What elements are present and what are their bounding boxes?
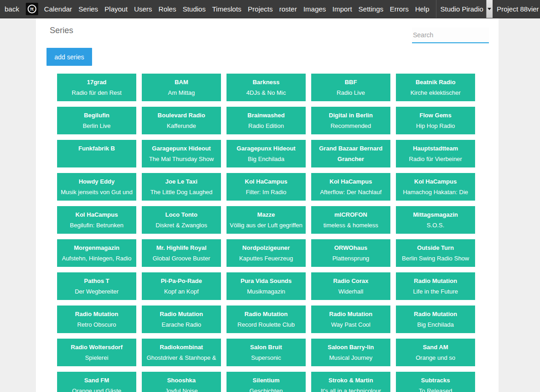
nav-item-users[interactable]: Users — [134, 5, 152, 13]
series-card[interactable]: Sand FM Orange und Gäste — [57, 372, 136, 392]
series-card-subtitle: Kafferunde — [144, 121, 219, 132]
series-card-title: Mazze — [228, 209, 304, 220]
series-card-subtitle: Berlin Swing Radio Show — [398, 253, 473, 264]
top-nav: back π CalendarSeriesPlayoutUsersRolesSt… — [0, 0, 540, 18]
series-card-subtitle: Kopf an Kopf — [144, 286, 219, 297]
series-card[interactable]: Kol HaCampus Afterflow: Der Nachlauf — [311, 173, 390, 201]
series-card[interactable]: Boulevard Radio Kafferunde — [142, 107, 221, 134]
series-card[interactable]: Barkness 4DJs & No Mic — [226, 74, 306, 101]
series-card[interactable]: Radio Corax Widerhall — [311, 272, 390, 300]
series-card[interactable]: BAM Am Mittag — [142, 74, 221, 101]
series-card[interactable]: Grand Bazaar Bernard Grancher — [311, 140, 390, 167]
series-card[interactable]: Garagepunx Hideout The Mal Thursday Show — [142, 140, 221, 167]
studio-select[interactable]: Studio Piradio — [436, 0, 493, 18]
series-card-title: Mittagsmagazin — [398, 209, 473, 220]
series-card[interactable]: Brainwashed Radio Edition — [226, 107, 306, 134]
series-card[interactable]: Outside Turn Berlin Swing Radio Show — [396, 239, 475, 267]
series-card[interactable]: Salon Bruit Supersonic — [226, 339, 306, 366]
nav-item-projects[interactable]: Projects — [248, 5, 273, 13]
piradio-logo-icon[interactable]: π — [26, 3, 38, 15]
series-card[interactable]: Radio Mutation Earache Radio — [142, 306, 221, 333]
series-card[interactable]: Garagepunx Hideout Big Enchilada — [226, 140, 306, 167]
series-card[interactable]: Mittagsmagazin S.O.S. — [396, 206, 475, 234]
series-card[interactable]: Radiokombinat Ghostdriver & Stanhope & — [142, 339, 221, 366]
series-card-subtitle: Hamachog Hakatan: Die — [398, 187, 473, 198]
series-card-title: Radio Mutation — [144, 309, 219, 319]
series-card[interactable]: Flow Gems Hip Hop Radio — [396, 107, 475, 134]
nav-item-calendar[interactable]: Calendar — [44, 5, 72, 13]
series-card[interactable]: ORWOhaus Plattensprung — [311, 239, 390, 267]
series-card-subtitle: Musik jenseits von Gut und — [59, 187, 134, 198]
series-card[interactable]: Radio Woltersdorf Spielerei — [57, 339, 136, 366]
series-card[interactable]: Funkfabrik B — [57, 140, 136, 167]
series-card-title: Hauptstadtteam — [398, 143, 473, 154]
nav-item-settings[interactable]: Settings — [359, 5, 383, 13]
series-card-title: Nordpolzigeuner — [228, 242, 304, 253]
series-card[interactable]: mICROFON timeless & homeless — [311, 206, 390, 234]
search-input[interactable] — [412, 28, 489, 43]
series-card[interactable]: Radio Mutation Big Enchilada — [396, 306, 475, 333]
nav-item-errors[interactable]: Errors — [390, 5, 409, 13]
series-card-subtitle: Orange und so — [398, 352, 473, 363]
nav-item-import[interactable]: Import — [332, 5, 352, 13]
series-card[interactable]: BBF Radio Live — [311, 74, 390, 101]
nav-back-link[interactable]: back — [5, 5, 19, 13]
series-card[interactable]: Radio Mutation Way Past Cool — [311, 306, 390, 333]
nav-item-roles[interactable]: Roles — [158, 5, 176, 13]
series-card[interactable]: Beatnik Radio Kirche eklektischer — [396, 74, 475, 101]
series-card[interactable]: Mr. Highlife Royal Global Groove Buster — [142, 239, 221, 267]
series-card-title: Funkfabrik B — [59, 143, 134, 154]
nav-item-roster[interactable]: roster — [279, 5, 297, 13]
series-card[interactable]: Joe Le Taxi The Little Dog Laughed — [142, 173, 221, 201]
series-card-title: Joe Le Taxi — [144, 176, 219, 187]
studio-select-value: Studio Piradio — [436, 5, 486, 13]
nav-item-playout[interactable]: Playout — [105, 5, 128, 13]
series-card[interactable]: Pura Vida Sounds Musikmagazin — [226, 272, 306, 300]
series-card-subtitle: 4DJs & No Mic — [228, 87, 304, 98]
series-card[interactable]: Nordpolzigeuner Kaputtes Feuerzeug — [226, 239, 306, 267]
page-title: Series — [50, 26, 73, 35]
series-card[interactable]: Hauptstadtteam Radio für Vierbeiner — [396, 140, 475, 167]
series-card-title: Grand Bazaar Bernard Grancher — [313, 143, 389, 164]
series-card-subtitle: Record Roulette Club — [228, 319, 304, 330]
series-card-title: BAM — [144, 77, 219, 87]
project-select[interactable]: Project 88vier — [493, 0, 540, 18]
series-card[interactable]: Begilufin Berlin Live — [57, 107, 136, 134]
series-card-title: Flow Gems — [398, 110, 473, 121]
series-card-subtitle: Big Enchilada — [228, 154, 304, 165]
nav-item-timeslots[interactable]: Timeslots — [212, 5, 242, 13]
series-card-subtitle: Global Groove Buster — [144, 253, 219, 264]
series-card[interactable]: Kol HaCampus Begilufin: Betrunken — [57, 206, 136, 234]
series-card[interactable]: Saloon Barry-lin Musical Journey — [311, 339, 390, 366]
nav-item-help[interactable]: Help — [415, 5, 430, 13]
series-card-title: Kol HaCampus — [59, 209, 134, 220]
series-card[interactable]: Morgenmagazin Aufstehn, Hinlegen, Radio — [57, 239, 136, 267]
series-card[interactable]: Stroko & Martin It's all in a technicolo… — [311, 372, 390, 392]
series-card-title: Radio Mutation — [59, 309, 134, 319]
series-card[interactable]: Pathos T Der Wegbereiter — [57, 272, 136, 300]
series-card-subtitle: Berlin Live — [59, 121, 134, 132]
series-card-title: Shooshka — [144, 375, 219, 386]
series-card[interactable]: 17grad Radio für den Rest — [57, 74, 136, 101]
nav-item-studios[interactable]: Studios — [183, 5, 206, 13]
add-series-button[interactable]: add series — [46, 48, 92, 66]
series-card[interactable]: Silentium Geschichten — [226, 372, 306, 392]
series-grid: 17grad Radio für den Rest BAM Am Mittag … — [57, 74, 475, 392]
series-card[interactable]: Digital in Berlin Recommended — [311, 107, 390, 134]
series-card[interactable]: Kol HaCampus Filter: Im Radio — [226, 173, 306, 201]
series-card-subtitle: Hip Hop Radio — [398, 121, 473, 132]
series-card[interactable]: Sand AM Orange und so — [396, 339, 475, 366]
series-card[interactable]: Radio Mutation Retro Obscuro — [57, 306, 136, 333]
series-card[interactable]: Kol HaCampus Hamachog Hakatan: Die — [396, 173, 475, 201]
series-card[interactable]: Mazze Völlig aus der Luft gegriffen — [226, 206, 306, 234]
series-card[interactable]: Shooshka Joyful Noise — [142, 372, 221, 392]
series-card[interactable]: Howdy Eddy Musik jenseits von Gut und — [57, 173, 136, 201]
nav-item-series[interactable]: Series — [79, 5, 99, 13]
series-card-title: Brainwashed — [228, 110, 304, 121]
series-card[interactable]: Subtracks To Released — [396, 372, 475, 392]
series-card[interactable]: Pi-Pa-Po-Rade Kopf an Kopf — [142, 272, 221, 300]
series-card[interactable]: Loco Tonto Diskret & Zwanglos — [142, 206, 221, 234]
nav-item-images[interactable]: Images — [303, 5, 326, 13]
series-card[interactable]: Radio Mutation Life in the Future — [396, 272, 475, 300]
series-card[interactable]: Radio Mutation Record Roulette Club — [226, 306, 306, 333]
